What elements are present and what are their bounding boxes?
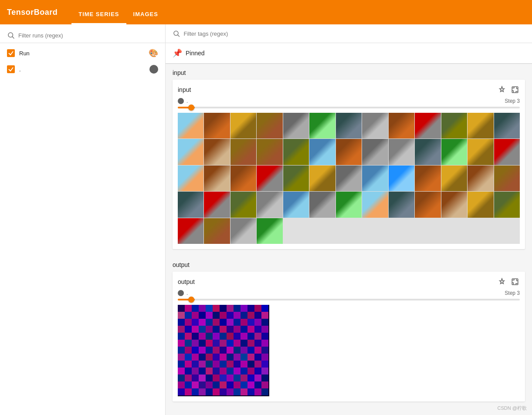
run-item-header[interactable]: Run 🎨 — [0, 45, 165, 61]
svg-rect-99 — [185, 354, 192, 361]
svg-rect-116 — [213, 361, 220, 368]
svg-rect-100 — [192, 354, 199, 361]
expand-card-input-button[interactable] — [510, 85, 520, 94]
list-item — [230, 218, 256, 244]
svg-rect-67 — [234, 333, 241, 340]
svg-rect-62 — [199, 333, 206, 340]
svg-rect-166 — [199, 388, 206, 395]
list-item — [494, 165, 520, 191]
output-slider-thumb[interactable] — [188, 297, 194, 303]
list-item — [441, 165, 467, 191]
svg-rect-78 — [220, 340, 227, 347]
list-item — [468, 192, 493, 217]
svg-rect-157 — [227, 381, 234, 388]
list-item — [204, 218, 230, 244]
svg-rect-13 — [220, 305, 227, 312]
svg-rect-124 — [178, 368, 185, 375]
svg-rect-113 — [192, 361, 199, 368]
svg-rect-63 — [206, 333, 213, 340]
svg-rect-79 — [227, 340, 234, 347]
svg-rect-64 — [213, 333, 220, 340]
svg-rect-28 — [234, 312, 241, 319]
svg-rect-54 — [234, 326, 241, 333]
list-item — [468, 113, 493, 138]
svg-rect-138 — [185, 375, 192, 381]
list-item — [230, 113, 256, 138]
pin-card-output-button[interactable] — [497, 277, 507, 287]
svg-rect-50 — [206, 326, 213, 333]
list-item — [362, 113, 388, 138]
svg-rect-25 — [213, 312, 220, 319]
svg-rect-26 — [220, 312, 227, 319]
svg-rect-10 — [199, 305, 206, 312]
list-item — [178, 192, 203, 217]
svg-rect-105 — [227, 354, 234, 361]
pin-card-input-button[interactable] — [497, 85, 507, 94]
output-run-indicator: . Step 3 — [178, 290, 520, 296]
svg-rect-148 — [254, 375, 261, 381]
svg-line-1 — [12, 37, 14, 38]
expand-card-output-button[interactable] — [510, 277, 520, 287]
svg-rect-92 — [227, 347, 234, 354]
svg-rect-171 — [234, 388, 241, 395]
list-item — [283, 165, 309, 191]
svg-rect-15 — [234, 305, 241, 312]
run-checkbox-run[interactable] — [7, 49, 15, 57]
svg-rect-95 — [247, 347, 254, 354]
svg-rect-71 — [261, 333, 268, 340]
list-item — [309, 165, 335, 191]
output-run-dot — [178, 290, 184, 296]
svg-rect-48 — [192, 326, 199, 333]
svg-rect-52 — [220, 326, 227, 333]
svg-rect-9 — [192, 305, 199, 312]
svg-rect-128 — [206, 368, 213, 375]
svg-rect-154 — [206, 381, 213, 388]
svg-rect-32 — [261, 312, 268, 319]
svg-rect-173 — [247, 388, 254, 395]
list-item — [336, 139, 362, 165]
svg-rect-103 — [213, 354, 220, 361]
svg-rect-141 — [206, 375, 213, 381]
list-item — [204, 192, 230, 217]
list-item — [178, 113, 203, 138]
svg-rect-153 — [199, 381, 206, 388]
list-item — [178, 218, 203, 244]
svg-rect-119 — [234, 361, 241, 368]
svg-line-3 — [178, 35, 180, 37]
list-item — [441, 192, 467, 217]
svg-rect-102 — [206, 354, 213, 361]
svg-rect-70 — [254, 333, 261, 340]
list-item — [257, 192, 282, 217]
list-item — [230, 165, 256, 191]
svg-rect-172 — [241, 388, 247, 395]
run-checkbox-dot[interactable] — [7, 65, 15, 73]
tag-filter-bar — [166, 24, 532, 43]
nav-images[interactable]: IMAGES — [126, 0, 165, 24]
input-card: input . — [173, 80, 525, 249]
svg-rect-5 — [512, 279, 518, 285]
svg-rect-159 — [241, 381, 247, 388]
palette-icon: 🎨 — [149, 48, 158, 58]
svg-rect-104 — [220, 354, 227, 361]
run-color-dot — [149, 65, 158, 74]
svg-rect-170 — [227, 388, 234, 395]
svg-rect-17 — [247, 305, 254, 312]
svg-rect-135 — [254, 368, 261, 375]
list-item — [309, 113, 335, 138]
input-run-dot-label: . — [186, 98, 188, 104]
input-slider-thumb[interactable] — [188, 105, 194, 111]
run-label-dot: . — [19, 66, 145, 73]
svg-rect-129 — [213, 368, 220, 375]
svg-rect-69 — [247, 333, 254, 340]
tag-filter-input[interactable] — [183, 30, 525, 37]
watermark: CSDN @柠歌 — [498, 405, 527, 412]
svg-rect-123 — [261, 361, 268, 368]
list-item — [309, 192, 335, 217]
run-filter-input[interactable] — [18, 32, 158, 39]
run-item-dot[interactable]: . — [0, 61, 165, 77]
svg-rect-57 — [254, 326, 261, 333]
output-card-header: output — [178, 277, 520, 287]
nav-time-series[interactable]: TIME SERIES — [71, 0, 126, 24]
svg-rect-94 — [241, 347, 247, 354]
svg-rect-175 — [261, 388, 268, 395]
